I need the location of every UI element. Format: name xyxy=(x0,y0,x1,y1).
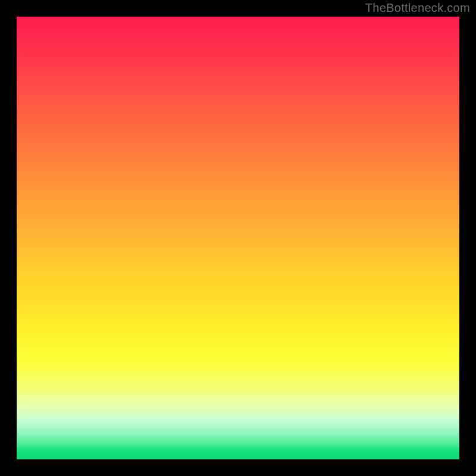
watermark-text: TheBottleneck.com xyxy=(365,1,470,15)
plot-area xyxy=(17,17,459,459)
chart-frame: TheBottleneck.com xyxy=(0,0,476,476)
gradient-background xyxy=(17,17,459,459)
